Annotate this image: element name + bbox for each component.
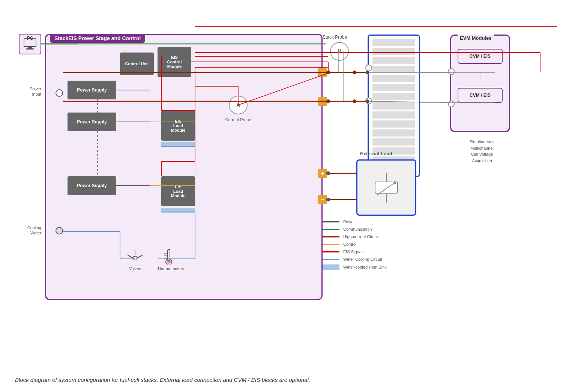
dot-4 (326, 198, 330, 201)
heat-sink-1 (161, 142, 195, 147)
legend-communication: Communication (323, 227, 416, 231)
cvm-eis-box-2: CVM / EIS (458, 88, 503, 103)
legend-ctrl-line (323, 244, 339, 245)
legend-eis-line (323, 251, 339, 252)
ext-load-label: External Load (360, 151, 392, 156)
evm-dots: ⋮ (476, 71, 484, 80)
pc-label: PC (19, 36, 41, 41)
h2fc-row (372, 48, 415, 55)
legend-comm-line (323, 229, 339, 230)
valves-symbol (128, 249, 143, 264)
h2fc-connector-top (365, 65, 372, 71)
thermometer-label: Thermometers (156, 266, 186, 271)
legend-power-text: Power (343, 219, 355, 224)
svg-rect-3 (133, 256, 137, 260)
legend-hs-text: Water-cooled Heat Sink (343, 265, 387, 269)
legend-hs-box (323, 264, 339, 270)
eis-load-module-2: EISLoadModule (161, 176, 195, 206)
legend-control: Control (323, 242, 416, 246)
legend-eis-text: EIS Signals (343, 249, 365, 254)
power-input-circle (56, 89, 63, 97)
h2fc-row (372, 93, 415, 100)
h2fc-row (372, 39, 415, 46)
control-unit: Control Unit (120, 53, 154, 75)
cvm-eis-box-1: CVM / EIS (458, 49, 503, 64)
legend-power: Power (323, 219, 416, 224)
evm-container: CVM / EIS ⋮ CVM / EIS (450, 35, 510, 132)
legend: Power Communication High-current Circuit… (323, 219, 416, 273)
h2fc-plus-sign: + (318, 68, 327, 77)
h2fc-row (372, 84, 415, 91)
evm-connector-bottom (448, 101, 455, 107)
current-probe-circle: A (229, 96, 248, 114)
power-supply-3: Power Supply (68, 176, 116, 195)
dot-3 (326, 171, 330, 175)
svg-line-5 (137, 255, 143, 258)
legend-hc-line (323, 236, 339, 237)
svg-line-4 (128, 255, 133, 258)
stackeis-label: StackEIS Power Stage and Control (50, 34, 145, 43)
stack-probe-label: Stack Probe (323, 35, 347, 40)
legend-water: Water Cooling Circuit (323, 257, 416, 261)
h2fc-row (372, 102, 415, 109)
current-probe-label: Current Probe (225, 117, 251, 122)
power-input-label: PowerInput (19, 86, 41, 97)
h2fc-connector-bottom (365, 98, 372, 104)
legend-power-line (323, 221, 339, 222)
dot-5 (353, 71, 356, 74)
dot-2 (326, 99, 330, 103)
h2fc-minus-sign: − (318, 97, 327, 106)
svg-point-9 (167, 260, 171, 264)
h2fc-row (372, 111, 415, 119)
eis-load-module-1: EISLoadModule (161, 111, 195, 141)
simultaneous-label: SimultaneousMultichannelCell VoltageAcqu… (456, 139, 508, 164)
eis-control-module: EISControlModule (158, 47, 191, 77)
svg-rect-2 (26, 48, 34, 50)
svg-rect-1 (28, 47, 32, 48)
cooling-water-label: CoolingWater (19, 225, 41, 236)
h2fc-row (372, 138, 415, 146)
legend-heat-sink: Water-cooled Heat Sink (323, 264, 416, 270)
legend-ctrl-text: Control (343, 242, 356, 246)
power-supply-1: Power Supply (68, 81, 116, 99)
h2fc-row (372, 75, 415, 82)
dot-1 (326, 71, 330, 74)
power-supply-2: Power Supply (68, 113, 116, 131)
legend-eis: EIS Signals (323, 249, 416, 254)
ext-load-minus-sign: − (318, 195, 327, 204)
valves-label: Valves (124, 266, 146, 271)
h2fc-row (372, 129, 415, 137)
cooling-water-circle (56, 227, 63, 234)
evm-label: EVM Modules (458, 35, 494, 42)
legend-hc-text: High-current Circuit (343, 234, 379, 239)
h2fc-row (372, 120, 415, 128)
legend-water-text: Water Cooling Circuit (343, 257, 382, 261)
ext-load-container (356, 159, 416, 216)
legend-high-current: High-current Circuit (323, 234, 416, 239)
dot-6 (353, 99, 356, 103)
evm-connector-top (448, 68, 455, 75)
heat-sink-2 (161, 208, 195, 213)
ext-load-plus-sign: + (318, 169, 327, 178)
thermometer-symbol (161, 248, 176, 264)
h2fc-row (372, 66, 415, 73)
h2fc-row (372, 57, 415, 64)
svg-rect-13 (375, 182, 398, 193)
caption: Block diagram of system configuration fo… (15, 375, 557, 384)
stack-probe-circle: V (330, 42, 349, 61)
legend-water-line (323, 259, 339, 260)
legend-comm-text: Communication (343, 227, 372, 231)
